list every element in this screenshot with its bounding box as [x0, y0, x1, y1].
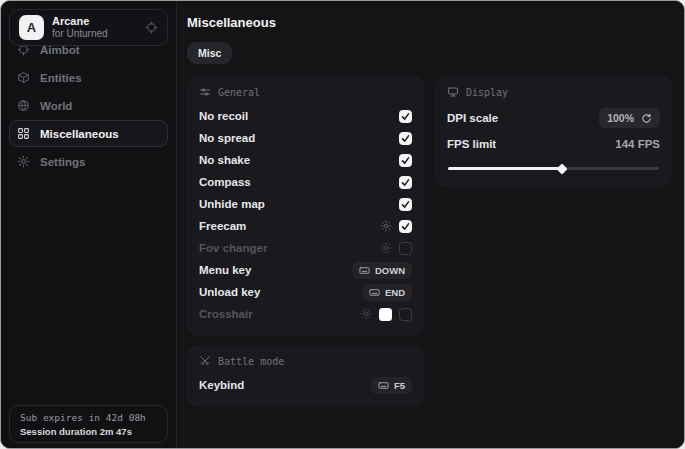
- sidebar-item-label: Miscellaneous: [40, 128, 119, 140]
- right-column: Display DPI scale 100% FPS limit 144 FPS: [435, 76, 672, 187]
- setting-row-dpi-scale: DPI scale 100%: [447, 105, 660, 131]
- battle-keybind-value: F5: [394, 380, 405, 391]
- monitor-icon: [447, 86, 459, 98]
- dpi-scale-control[interactable]: 100%: [599, 108, 660, 128]
- display-panel-header: Display: [447, 86, 660, 98]
- battle-mode-panel-header: Battle mode: [199, 355, 412, 367]
- unhide-map-checkbox[interactable]: [399, 198, 412, 211]
- crosshair-color-swatch[interactable]: [379, 308, 392, 321]
- general-panel: General No recoil No spread No shake: [187, 76, 424, 336]
- no-shake-checkbox[interactable]: [399, 154, 412, 167]
- battle-keybind-button[interactable]: F5: [371, 377, 412, 394]
- keyboard-icon: [369, 287, 380, 298]
- sidebar-item-miscellaneous[interactable]: Miscellaneous: [9, 120, 168, 147]
- compass-checkbox[interactable]: [399, 176, 412, 189]
- setting-row-compass: Compass: [199, 171, 412, 193]
- no-spread-checkbox[interactable]: [399, 132, 412, 145]
- slider-fill: [448, 167, 562, 170]
- no-recoil-checkbox[interactable]: [399, 110, 412, 123]
- keyboard-icon: [378, 380, 389, 391]
- fov-changer-gear-icon[interactable]: [380, 242, 392, 254]
- fov-changer-checkbox[interactable]: [399, 242, 412, 255]
- sidebar-item-entities[interactable]: Entities: [9, 64, 168, 91]
- sidebar-item-label: World: [40, 100, 72, 112]
- swords-icon: [199, 355, 211, 367]
- dpi-scale-value: 100%: [607, 112, 634, 124]
- setting-row-crosshair: Crosshair: [199, 303, 412, 325]
- setting-row-no-recoil: No recoil: [199, 105, 412, 127]
- setting-row-no-shake: No shake: [199, 149, 412, 171]
- app-window: A Arcane for Unturned Category Aimbot: [0, 0, 685, 449]
- display-panel: Display DPI scale 100% FPS limit 144 FPS: [435, 76, 672, 187]
- sidebar-item-label: Settings: [40, 156, 85, 168]
- crosshair-checkbox[interactable]: [399, 308, 412, 321]
- unload-key-value: END: [385, 287, 405, 298]
- sidebar: A Arcane for Unturned Category Aimbot: [1, 1, 177, 448]
- battle-mode-panel: Battle mode Keybind F5: [187, 345, 424, 407]
- slider-thumb[interactable]: [556, 163, 567, 174]
- sidebar-item-settings[interactable]: Settings: [9, 148, 168, 175]
- battle-mode-panel-title: Battle mode: [218, 356, 284, 367]
- setting-row-no-spread: No spread: [199, 127, 412, 149]
- freecam-gear-icon[interactable]: [380, 220, 392, 232]
- unload-key-button[interactable]: END: [362, 284, 412, 301]
- grid-icon: [17, 127, 30, 140]
- fps-limit-value: 144 FPS: [615, 138, 660, 150]
- setting-row-menu-key: Menu key DOWN: [199, 259, 412, 281]
- session-duration-text: Session duration 2m 47s: [20, 425, 157, 438]
- app-logo: A: [19, 15, 44, 40]
- app-name: Arcane: [52, 15, 108, 28]
- app-logo-letter: A: [27, 20, 36, 35]
- setting-row-unload-key: Unload key END: [199, 281, 412, 303]
- reset-icon[interactable]: [641, 113, 652, 124]
- left-column: General No recoil No spread No shake: [187, 76, 424, 407]
- main-content: Miscellaneous Misc General No recoil: [178, 1, 684, 448]
- app-meta: Arcane for Unturned: [52, 15, 108, 40]
- cube-icon: [17, 71, 30, 84]
- globe-icon: [17, 99, 30, 112]
- menu-key-button[interactable]: DOWN: [352, 262, 412, 279]
- setting-row-keybind: Keybind F5: [199, 374, 412, 396]
- crosshair-icon[interactable]: [145, 21, 158, 34]
- setting-row-freecam: Freecam: [199, 215, 412, 237]
- app-header-card[interactable]: A Arcane for Unturned: [9, 9, 168, 46]
- sidebar-item-label: Entities: [40, 72, 82, 84]
- setting-row-fps-limit: FPS limit 144 FPS: [447, 131, 660, 157]
- freecam-checkbox[interactable]: [399, 220, 412, 233]
- general-panel-title: General: [218, 87, 260, 98]
- menu-key-value: DOWN: [375, 265, 405, 276]
- tab-misc[interactable]: Misc: [187, 42, 232, 64]
- crosshair-gear-icon[interactable]: [360, 308, 372, 320]
- sub-expires-text: Sub expires in 42d 08h: [20, 411, 157, 425]
- content-columns: General No recoil No spread No shake: [187, 76, 670, 407]
- page-title: Miscellaneous: [187, 15, 670, 30]
- display-panel-title: Display: [466, 87, 508, 98]
- subscription-card: Sub expires in 42d 08h Session duration …: [9, 405, 168, 443]
- app-subtitle: for Unturned: [52, 28, 108, 40]
- general-panel-header: General: [199, 86, 412, 98]
- fps-limit-slider[interactable]: [448, 167, 659, 170]
- setting-row-fov-changer: Fov changer: [199, 237, 412, 259]
- gear-icon: [17, 155, 30, 168]
- keyboard-icon: [359, 265, 370, 276]
- sidebar-item-world[interactable]: World: [9, 92, 168, 119]
- setting-row-unhide-map: Unhide map: [199, 193, 412, 215]
- sidebar-nav: Aimbot Entities World Miscellaneous: [1, 36, 176, 175]
- sliders-icon: [199, 86, 211, 98]
